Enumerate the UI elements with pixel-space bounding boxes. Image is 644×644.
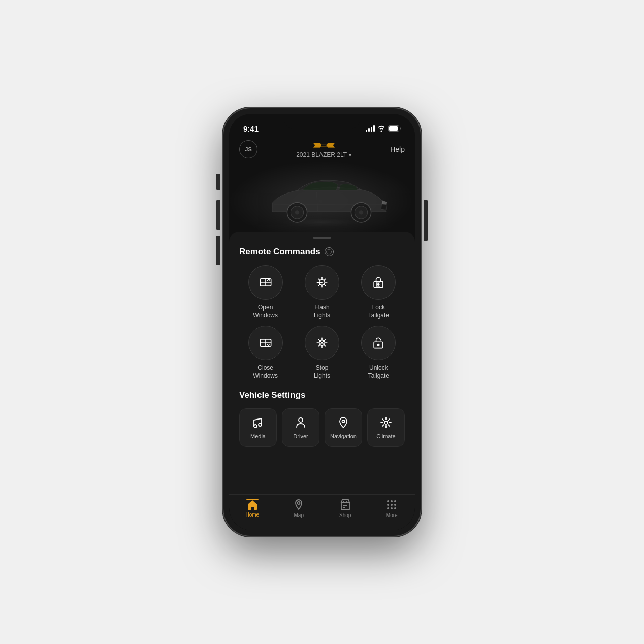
svg-line-35	[324, 345, 326, 346]
scroll-content[interactable]: Remote Commands ⓘ	[229, 232, 415, 494]
svg-line-22	[318, 284, 320, 286]
signal-icon	[366, 125, 375, 132]
flash-lights-command[interactable]: FlashLights	[296, 265, 348, 319]
unlock-tailgate-button[interactable]	[361, 326, 396, 360]
driver-label: Driver	[293, 433, 308, 439]
stop-lights-command[interactable]: StopLights	[296, 326, 348, 380]
stop-lights-label: StopLights	[314, 364, 330, 380]
svg-line-36	[324, 340, 326, 341]
svg-line-34	[318, 340, 320, 341]
lock-tailgate-button[interactable]	[361, 265, 396, 300]
media-setting[interactable]: Media	[239, 408, 277, 447]
vehicle-settings-title: Vehicle Settings	[239, 390, 305, 400]
svg-point-65	[394, 507, 396, 509]
nav-shop-label: Shop	[339, 512, 351, 518]
svg-point-58	[391, 500, 393, 502]
svg-point-60	[387, 504, 389, 506]
navigation-icon	[337, 416, 350, 429]
vehicle-settings-section: Vehicle Settings Media	[229, 390, 415, 457]
nav-home[interactable]: Home	[229, 499, 276, 518]
svg-line-52	[388, 425, 390, 427]
stop-lights-icon	[314, 335, 330, 351]
media-label: Media	[250, 433, 266, 439]
flash-lights-icon	[314, 274, 330, 291]
volume-up-button[interactable]	[216, 200, 220, 230]
nav-more[interactable]: More	[369, 499, 415, 518]
close-windows-button[interactable]	[248, 326, 283, 360]
svg-point-55	[298, 502, 300, 504]
svg-line-19	[318, 279, 320, 280]
svg-point-24	[378, 284, 380, 286]
car-image-area	[229, 160, 415, 242]
commands-grid: OpenWindows	[239, 265, 405, 380]
svg-point-61	[391, 504, 393, 506]
notch	[284, 114, 360, 129]
unlock-tailgate-command[interactable]: UnlockTailgate	[352, 326, 405, 380]
svg-point-42	[254, 425, 257, 428]
close-windows-icon	[257, 335, 274, 351]
app-header: JS 2021 BLAZER 2LT ▾ H	[229, 136, 415, 160]
car-background	[229, 160, 415, 242]
climate-icon	[379, 416, 393, 429]
help-button[interactable]: Help	[390, 145, 405, 153]
svg-line-37	[318, 345, 320, 346]
vehicle-settings-header: Vehicle Settings	[239, 390, 405, 400]
media-icon	[251, 416, 265, 429]
vehicle-name[interactable]: 2021 BLAZER 2LT ▾	[296, 151, 351, 158]
silent-button[interactable]	[216, 174, 220, 190]
remote-commands-title: Remote Commands	[239, 247, 320, 257]
svg-point-62	[394, 504, 396, 506]
svg-point-57	[387, 500, 389, 502]
navigation-label: Navigation	[330, 433, 357, 439]
chevy-bowtie-icon	[313, 140, 335, 150]
svg-line-20	[324, 284, 326, 286]
chevy-logo: 2021 BLAZER 2LT ▾	[296, 140, 351, 158]
svg-point-5	[295, 210, 299, 214]
chevron-down-icon: ▾	[349, 152, 351, 158]
svg-point-41	[378, 344, 380, 346]
remote-commands-header: Remote Commands ⓘ	[239, 247, 405, 257]
home-icon	[246, 499, 259, 510]
navigation-setting[interactable]: Navigation	[325, 408, 362, 447]
shop-icon	[339, 499, 351, 511]
flash-lights-label: FlashLights	[314, 304, 330, 319]
open-windows-icon	[257, 274, 274, 291]
stop-lights-button[interactable]	[305, 326, 339, 360]
nav-shop[interactable]: Shop	[322, 499, 369, 518]
open-windows-label: OpenWindows	[253, 304, 278, 319]
nav-map-label: Map	[294, 512, 304, 518]
svg-line-21	[324, 279, 326, 280]
close-windows-label: CloseWindows	[253, 364, 278, 380]
app-screen: 9:41	[229, 114, 415, 530]
info-icon[interactable]: ⓘ	[325, 247, 334, 256]
battery-icon	[388, 125, 401, 132]
lock-tailgate-icon	[370, 274, 387, 291]
volume-down-button[interactable]	[216, 236, 220, 265]
car-silhouette-icon	[251, 173, 393, 230]
close-windows-command[interactable]: CloseWindows	[239, 326, 292, 380]
open-windows-command[interactable]: OpenWindows	[239, 265, 292, 319]
phone-screen: 9:41	[229, 114, 415, 530]
svg-point-59	[394, 500, 396, 502]
svg-point-45	[342, 420, 345, 423]
drag-handle	[313, 237, 331, 239]
svg-point-46	[384, 421, 388, 424]
nav-more-label: More	[386, 512, 398, 518]
svg-point-8	[359, 210, 363, 214]
unlock-tailgate-label: UnlockTailgate	[368, 364, 389, 380]
open-windows-button[interactable]	[248, 265, 283, 300]
driver-setting[interactable]: Driver	[282, 408, 319, 447]
status-icons	[366, 125, 401, 132]
user-avatar[interactable]: JS	[239, 140, 257, 158]
lock-tailgate-command[interactable]: LockTailgate	[352, 265, 405, 319]
climate-setting[interactable]: Climate	[367, 408, 405, 447]
wifi-icon	[377, 125, 385, 132]
flash-lights-button[interactable]	[305, 265, 339, 300]
driver-icon	[294, 416, 307, 429]
settings-grid: Media Driver	[239, 408, 405, 447]
nav-map[interactable]: Map	[276, 499, 323, 518]
svg-line-54	[382, 425, 384, 427]
map-icon	[293, 499, 305, 511]
more-icon	[385, 499, 398, 511]
power-button[interactable]	[424, 200, 428, 241]
